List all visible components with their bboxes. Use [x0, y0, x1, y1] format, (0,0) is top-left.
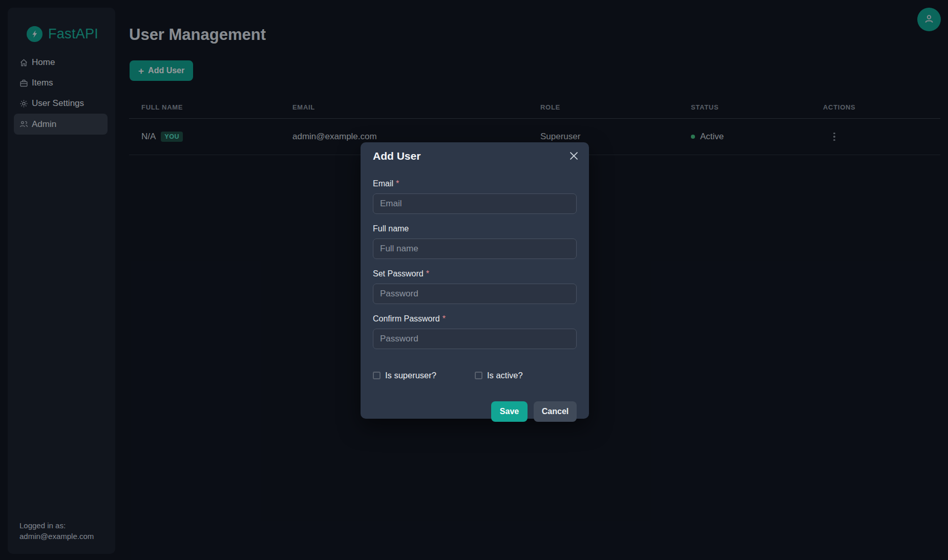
full-name-label: Full name: [373, 224, 577, 233]
email-field[interactable]: [373, 193, 577, 214]
add-user-modal: Add User Email* Full name Set Password* …: [361, 142, 589, 419]
cancel-button[interactable]: Cancel: [534, 401, 577, 422]
confirm-password-label: Confirm Password*: [373, 314, 577, 324]
set-password-label: Set Password*: [373, 269, 577, 278]
checkbox-icon[interactable]: [475, 372, 482, 379]
set-password-field[interactable]: [373, 284, 577, 304]
required-asterisk: *: [426, 269, 429, 278]
checkbox-icon[interactable]: [373, 372, 381, 379]
confirm-password-field[interactable]: [373, 329, 577, 349]
save-button[interactable]: Save: [491, 401, 528, 422]
required-asterisk: *: [443, 314, 446, 323]
confirm-password-label-text: Confirm Password: [373, 314, 440, 323]
required-asterisk: *: [396, 179, 399, 188]
is-superuser-checkbox[interactable]: Is superuser?: [373, 371, 475, 380]
full-name-label-text: Full name: [373, 224, 409, 233]
email-label-text: Email: [373, 179, 393, 188]
checkbox-row: Is superuser? Is active?: [373, 371, 577, 380]
modal-actions: Save Cancel: [373, 401, 577, 422]
close-icon[interactable]: [567, 149, 580, 162]
set-password-label-text: Set Password: [373, 269, 424, 278]
is-active-label: Is active?: [487, 371, 523, 380]
is-superuser-label: Is superuser?: [385, 371, 436, 380]
email-label: Email*: [373, 179, 577, 188]
is-active-checkbox[interactable]: Is active?: [475, 371, 523, 380]
modal-title: Add User: [373, 150, 577, 162]
full-name-field[interactable]: [373, 239, 577, 259]
